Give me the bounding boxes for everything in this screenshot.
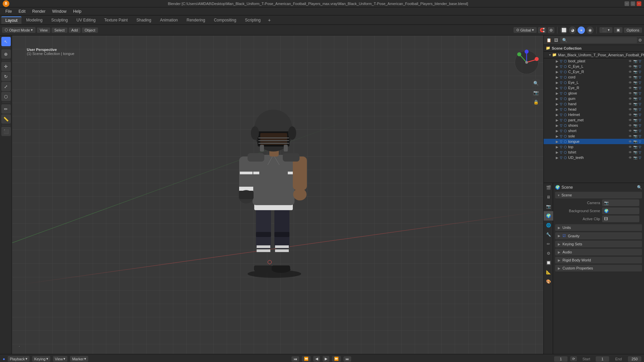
rendered-shading[interactable]: ◉: [586, 26, 594, 34]
item-cam-C_Eye_L[interactable]: 📷: [633, 65, 637, 68]
item-tri-top[interactable]: ▽: [639, 145, 641, 149]
item-eye-Helmet[interactable]: 👁: [629, 113, 632, 117]
view-lock-button[interactable]: 🔒: [532, 98, 540, 106]
custom-props-header[interactable]: ▶ Custom Properties: [555, 265, 642, 272]
item-cam-sole[interactable]: 📷: [633, 134, 637, 138]
outliner-item-shoes[interactable]: ▶ ▽ ⬡ shoes 👁 📷 ▽: [544, 123, 644, 128]
move-tool[interactable]: ✛: [1, 62, 11, 71]
outliner-item-Eye_L[interactable]: ▶ ▽ ⬡ Eye_L 👁 📷 ▽: [544, 80, 644, 85]
transform-tool[interactable]: ⬡: [1, 92, 11, 101]
item-eye-C_Eye_L[interactable]: 👁: [629, 65, 632, 68]
item-cam-Helmet[interactable]: 📷: [633, 113, 637, 117]
viewport[interactable]: User Perspective (1) Scene Collection | …: [12, 36, 543, 354]
outliner-item-gum[interactable]: ▶ ▽ ⬡ gum 👁 📷 ▽: [544, 96, 644, 101]
rotate-tool[interactable]: ↻: [1, 72, 11, 81]
item-tri-shoes[interactable]: ▽: [639, 124, 641, 127]
outliner-icon-2[interactable]: 🖼: [553, 37, 559, 43]
constraint-tab[interactable]: 🔲: [544, 258, 553, 267]
item-eye-gum[interactable]: 👁: [629, 97, 632, 101]
outliner-item-Eye_R[interactable]: ▶ ▽ ⬡ Eye_R 👁 📷 ▽: [544, 85, 644, 90]
tab-layout[interactable]: Layout: [1, 16, 21, 24]
item-eye-hand[interactable]: 👁: [629, 102, 632, 106]
item-tri-C_Eye_R[interactable]: ▽: [639, 70, 641, 74]
menu-window[interactable]: Window: [49, 8, 69, 14]
annotate-tool[interactable]: ✏: [1, 104, 11, 114]
solid-shading[interactable]: ◕: [569, 26, 576, 34]
play-reverse[interactable]: ◀: [313, 356, 320, 362]
camera-value[interactable]: 📷: [602, 199, 639, 206]
item-eye-C_Eye_R[interactable]: 👁: [629, 70, 632, 74]
outliner-item-short[interactable]: ▶ ▽ ⬡ short 👁 📷 ▽: [544, 128, 644, 133]
tab-modeling[interactable]: Modeling: [22, 17, 47, 23]
transform-pivot-selector[interactable]: ⊙ Global ▾: [514, 27, 537, 33]
item-eye-pant_met[interactable]: 👁: [629, 118, 632, 122]
maximize-button[interactable]: □: [631, 1, 635, 6]
item-cam-short[interactable]: 📷: [633, 129, 637, 133]
material-shading[interactable]: ●: [578, 26, 585, 34]
play-forward[interactable]: ▶: [323, 356, 329, 362]
tab-sculpting[interactable]: Sculpting: [47, 17, 72, 23]
render-tab[interactable]: 🎬: [544, 183, 553, 192]
tab-compositing[interactable]: Compositing: [210, 17, 240, 23]
tab-shading[interactable]: Shading: [132, 17, 155, 23]
item-tri-head[interactable]: ▽: [639, 108, 641, 111]
item-tri-C_Eye_L[interactable]: ▽: [639, 65, 641, 68]
output-tab[interactable]: 🖥: [544, 192, 553, 202]
frame-rate-button[interactable]: ⟳: [570, 356, 577, 361]
viewport-gizmo[interactable]: Y X Z: [513, 49, 540, 76]
scene-section-header[interactable]: ▾ Scene: [555, 192, 642, 198]
menu-edit[interactable]: Edit: [16, 8, 28, 14]
rigid-body-header[interactable]: ▶ Rigid Body World: [555, 257, 642, 263]
item-tri-Helmet[interactable]: ▽: [639, 113, 641, 117]
item-cam-top[interactable]: 📷: [633, 145, 637, 149]
end-value[interactable]: 250: [628, 356, 641, 362]
add-object-tool[interactable]: ⬛: [1, 127, 11, 136]
item-tri-UD_teeth[interactable]: ▽: [639, 156, 641, 160]
step-back[interactable]: ⏪: [302, 356, 311, 362]
item-eye-sole[interactable]: 👁: [629, 134, 632, 138]
outliner-item-C_Eye_R[interactable]: ▶ ▽ ⬡ C_Eye_R 👁 📷 ▽: [544, 69, 644, 74]
select-tool[interactable]: ↖: [1, 37, 11, 46]
outliner-filter-icon[interactable]: ⚙: [638, 38, 642, 43]
measure-tool[interactable]: 📏: [1, 114, 11, 124]
gravity-section-header[interactable]: ▶ ☑ Gravity: [555, 232, 642, 239]
item-cam-Eye_L[interactable]: 📷: [633, 81, 637, 84]
item-cam-C_Eye_R[interactable]: 📷: [633, 70, 637, 74]
item-tri-Eye_R[interactable]: ▽: [639, 86, 641, 90]
view-menu[interactable]: View: [37, 27, 50, 33]
outliner-item-UD_teeth[interactable]: ▶ ▽ ⬡ UD_teeth 👁 📷 ▽: [544, 155, 644, 160]
item-tri-sole[interactable]: ▽: [639, 134, 641, 138]
item-cam-glove[interactable]: 📷: [633, 92, 637, 95]
particles-tab[interactable]: ⚙: [544, 249, 553, 258]
outliner-item-glove[interactable]: ▶ ▽ ⬡ glove 👁 📷 ▽: [544, 90, 644, 96]
item-eye-tshirt[interactable]: 👁: [629, 150, 632, 154]
add-workspace-button[interactable]: +: [265, 17, 273, 23]
item-tri-boot_plast[interactable]: ▽: [639, 59, 641, 63]
playback-menu[interactable]: Playback ▾: [8, 356, 30, 362]
item-cam-shoes[interactable]: 📷: [633, 124, 637, 127]
tab-rendering[interactable]: Rendering: [182, 17, 209, 23]
outliner-item-cord[interactable]: ▶ ▽ ⬡ cord 👁 📷 ▽: [544, 74, 644, 80]
item-cam-cord[interactable]: 📷: [633, 75, 637, 79]
item-eye-cord[interactable]: 👁: [629, 75, 632, 79]
tab-animation[interactable]: Animation: [156, 17, 182, 23]
proportional-editing[interactable]: ⊚: [548, 27, 554, 33]
outliner-item-boot_plast[interactable]: ▶ ▽ ⬡ boot_plast 👁 📷 ▽: [544, 58, 644, 64]
tab-texture-paint[interactable]: Texture Paint: [100, 17, 132, 23]
snap-toggle[interactable]: 🧲: [538, 27, 546, 33]
marker-menu[interactable]: Marker ▾: [70, 356, 88, 362]
units-section-header[interactable]: ▶ Units: [555, 224, 642, 231]
item-cam-Eye_R[interactable]: 📷: [633, 86, 637, 90]
item-tri-pant_met[interactable]: ▽: [639, 118, 641, 122]
outliner-search-input[interactable]: [567, 38, 635, 42]
item-cam-UD_teeth[interactable]: 📷: [633, 156, 637, 160]
start-value[interactable]: 1: [596, 356, 609, 362]
item-tri-hand[interactable]: ▽: [639, 102, 641, 106]
item-cam-hand[interactable]: 📷: [633, 102, 637, 106]
view-menu-timeline[interactable]: View ▾: [53, 356, 68, 362]
root-collection-name[interactable]: Man_Black_Uniform_T_Pose_American_Footba…: [558, 53, 644, 57]
jump-to-end[interactable]: ⏭: [343, 356, 351, 362]
overlay-toggle[interactable]: ⬛ ▾: [599, 27, 612, 33]
step-forward[interactable]: ⏩: [332, 356, 341, 362]
outliner-item-hand[interactable]: ▶ ▽ ⬡ hand 👁 📷 ▽: [544, 101, 644, 107]
